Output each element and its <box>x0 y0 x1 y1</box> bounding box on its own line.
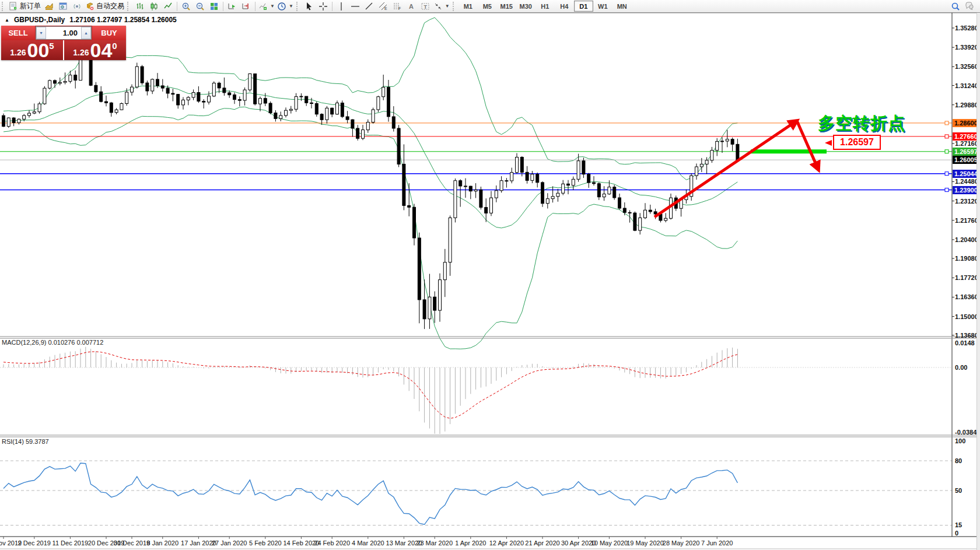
time-axis-label: 27 Jan 2020 <box>212 540 247 547</box>
time-axis-label: 28 May 2020 <box>663 540 700 547</box>
macd-axis-label: 0.00 <box>955 364 967 371</box>
fibonacci-icon: F <box>393 2 402 11</box>
price-axis-tick: 1.35280 <box>955 24 978 31</box>
text-tool-icon: A <box>407 2 416 11</box>
collapse-window-icon[interactable]: ▲ <box>5 17 9 23</box>
channel-icon: E <box>379 2 388 11</box>
price-axis-tick: 1.13680 <box>955 332 978 339</box>
chart-shift-button[interactable] <box>239 1 253 12</box>
dropdown-arrow-icon: ▼ <box>445 3 450 9</box>
bar-chart-button[interactable] <box>133 1 147 12</box>
timeframe-button-MN[interactable]: MN <box>612 1 632 12</box>
chat-button[interactable] <box>963 1 977 12</box>
ask-price-display[interactable]: 1.26 04 0 <box>64 40 126 60</box>
arrows-tool[interactable]: ▼ <box>432 1 451 12</box>
timeframe-button-D1[interactable]: D1 <box>574 1 593 12</box>
ohlc-values: 1.27106 1.27497 1.25854 1.26005 <box>69 16 177 24</box>
timeframe-button-M1[interactable]: M1 <box>459 1 478 12</box>
time-axis-label: 2 Dec 2019 <box>18 540 51 547</box>
indicators-button[interactable]: ▼ <box>257 1 276 12</box>
timeframe-button-M30[interactable]: M30 <box>516 1 536 12</box>
auto-scroll-icon <box>228 2 237 11</box>
buy-button[interactable]: BUY <box>92 26 126 40</box>
signals-button[interactable] <box>70 1 84 12</box>
trade-panel-price-row: 1.26 00 5 1.26 04 0 <box>1 40 126 60</box>
timeframe-button-M5[interactable]: M5 <box>478 1 497 12</box>
timeframe-button-H1[interactable]: H1 <box>536 1 555 12</box>
text-label-tool[interactable]: T <box>418 1 432 12</box>
bid-price-display[interactable]: 1.26 00 5 <box>1 40 64 60</box>
market-watch-button[interactable] <box>42 1 56 12</box>
volume-input[interactable] <box>46 27 81 39</box>
periods-button[interactable]: ▼ <box>276 1 295 12</box>
time-axis-label: 10 May 2020 <box>591 540 628 547</box>
timeframe-button-W1[interactable]: W1 <box>593 1 612 12</box>
price-callout-label[interactable]: 1.26597 <box>833 135 881 150</box>
price-axis-tick: 1.15000 <box>955 313 978 320</box>
price-axis-level-label: 1.27660 <box>953 132 980 141</box>
tile-windows-button[interactable] <box>207 1 221 12</box>
toolbar-separator <box>255 2 256 11</box>
price-axis-level-label: 1.26597 <box>953 148 980 156</box>
new-order-button[interactable]: 新订单 <box>8 1 42 12</box>
turning-point-annotation[interactable]: 多空转折点 <box>818 112 905 135</box>
horizontal-line-tool[interactable] <box>348 1 362 12</box>
toolbar-separator <box>223 2 223 11</box>
symbol-period: GBPUSD-,Daily <box>14 16 65 24</box>
zoom-out-button[interactable] <box>193 1 207 12</box>
channel-tool[interactable]: E <box>376 1 390 12</box>
text-tool[interactable]: A <box>404 1 418 12</box>
navigator-button[interactable] <box>56 1 70 12</box>
toolbar-separator <box>177 2 177 11</box>
price-axis-level-label: 1.25044 <box>953 170 980 178</box>
macd-axis-label: 0.0148 <box>955 339 975 346</box>
zoom-in-icon <box>181 2 191 11</box>
time-axis-label: 30 Dec 2019 <box>114 540 150 547</box>
crosshair-button[interactable] <box>316 1 330 12</box>
time-axis-label: 21 Apr 2020 <box>525 540 559 547</box>
candlestick-icon <box>149 2 159 11</box>
vertical-line-tool[interactable] <box>334 1 348 12</box>
time-axis-label: 1 Apr 2020 <box>455 540 486 547</box>
rsi-label: RSI(14) 59.3787 <box>2 438 49 445</box>
autotrading-icon <box>85 2 94 11</box>
sell-button[interactable]: SELL <box>1 26 35 40</box>
line-chart-button[interactable] <box>161 1 175 12</box>
autotrading-button[interactable]: 自动交易 <box>84 1 125 12</box>
timeframe-button-M15[interactable]: M15 <box>497 1 516 12</box>
timeframe-button-H4[interactable]: H4 <box>555 1 574 12</box>
new-order-icon <box>9 2 18 11</box>
price-axis-level-label: 1.26005 <box>953 156 980 164</box>
volume-decrease-button[interactable]: ▼ <box>36 27 46 39</box>
macd-label: MACD(12,26,9) 0.010276 0.007712 <box>2 339 103 346</box>
dropdown-arrow-icon: ▼ <box>270 3 275 9</box>
time-axis-label: 17 Jan 2020 <box>181 540 216 547</box>
price-axis-tick: 1.24480 <box>955 178 978 185</box>
fibonacci-tool[interactable]: F <box>390 1 404 12</box>
chart-shift-icon <box>242 2 251 11</box>
price-axis-tick: 1.32560 <box>955 63 978 70</box>
time-axis-label: 8 Jan 2020 <box>147 540 178 547</box>
trendline-tool[interactable] <box>362 1 376 12</box>
new-order-label: 新订单 <box>20 1 41 11</box>
volume-increase-button[interactable]: ▲ <box>81 27 91 39</box>
toolbar-grip <box>296 2 300 11</box>
chart-canvas[interactable] <box>0 0 980 550</box>
price-axis-tick: 1.21760 <box>955 217 978 224</box>
bid-pipette: 5 <box>49 41 54 51</box>
market-watch-icon <box>44 2 54 11</box>
auto-scroll-button[interactable] <box>225 1 239 12</box>
time-axis-label: 12 Apr 2020 <box>489 540 524 547</box>
svg-text:E: E <box>384 6 387 10</box>
zoom-in-button[interactable] <box>179 1 193 12</box>
line-chart-icon <box>163 2 173 11</box>
search-icon <box>951 2 960 11</box>
search-button[interactable] <box>949 1 963 12</box>
dropdown-arrow-icon: ▼ <box>289 3 293 9</box>
price-axis-tick: 1.20400 <box>955 236 978 243</box>
time-axis-label: 19 May 2020 <box>626 540 664 547</box>
candlestick-button[interactable] <box>147 1 161 12</box>
time-axis-label: 7 Jun 2020 <box>701 540 733 547</box>
trendline-icon <box>365 2 374 11</box>
cursor-button[interactable] <box>302 1 316 12</box>
